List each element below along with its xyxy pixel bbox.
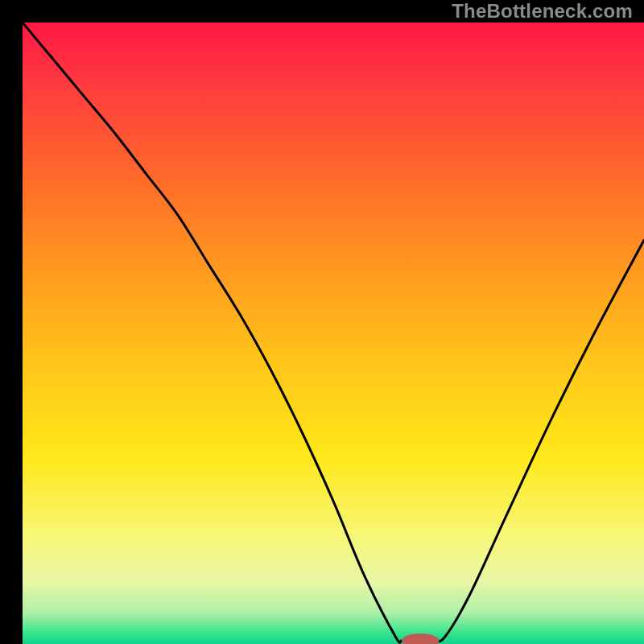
gradient-background <box>23 23 644 644</box>
chart-frame <box>11 11 633 633</box>
watermark-text: TheBottleneck.com <box>452 0 633 23</box>
bottleneck-chart <box>23 23 644 644</box>
